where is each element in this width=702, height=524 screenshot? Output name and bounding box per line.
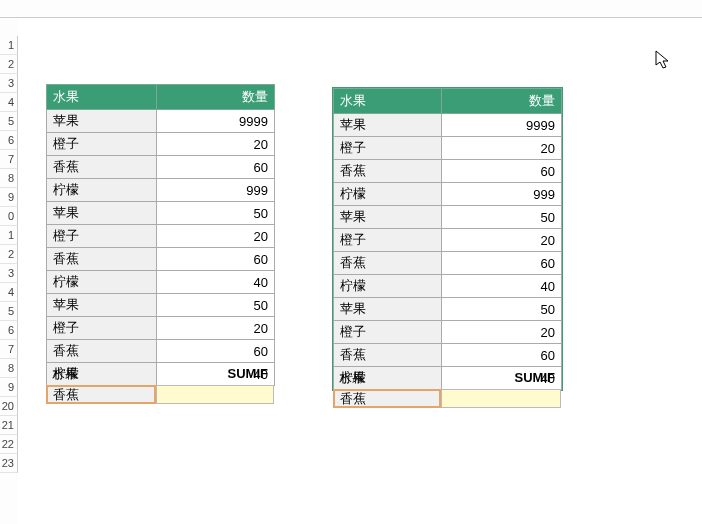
qty-cell[interactable]: 20 [442,321,562,344]
fruit-cell[interactable]: 香蕉 [334,344,442,367]
col-header-fruit[interactable]: 水果 [334,89,442,114]
row-header[interactable]: 5 [0,112,18,131]
sumif-result-cell-left[interactable] [156,385,274,404]
qty-cell[interactable]: 999 [157,179,275,202]
qty-cell[interactable]: 20 [157,317,275,340]
qty-cell[interactable]: 50 [157,202,275,225]
fruit-cell[interactable]: 香蕉 [47,156,157,179]
qty-cell[interactable]: 50 [157,294,275,317]
row-header[interactable]: 7 [0,150,18,169]
qty-cell[interactable]: 60 [157,340,275,363]
qty-cell[interactable]: 9999 [157,110,275,133]
table-row: 香蕉60 [334,160,562,183]
fruit-cell[interactable]: 橙子 [334,229,442,252]
row-header[interactable]: 2 [0,245,18,264]
table-row: 橙子20 [334,321,562,344]
row-header[interactable]: 4 [0,93,18,112]
fruit-cell[interactable]: 橙子 [334,137,442,160]
row-header[interactable]: 3 [0,264,18,283]
fruit-cell[interactable]: 橙子 [47,225,157,248]
table-row: 香蕉60 [334,252,562,275]
sheet-area[interactable]: 水果 数量 苹果9999橙子20香蕉60柠檬999苹果50橙子20香蕉60柠檬4… [18,18,702,524]
row-header[interactable]: 6 [0,131,18,150]
column-headers [0,0,702,18]
fruit-cell[interactable]: 柠檬 [47,271,157,294]
qty-cell[interactable]: 60 [442,344,562,367]
row-header[interactable]: 0 [0,207,18,226]
row-header[interactable]: 5 [0,302,18,321]
qty-cell[interactable]: 20 [157,133,275,156]
row-header[interactable]: 3 [0,74,18,93]
fruit-cell[interactable]: 柠檬 [334,275,442,298]
fruit-cell[interactable]: 香蕉 [47,248,157,271]
table-row: 橙子20 [334,137,562,160]
qty-cell[interactable]: 60 [157,156,275,179]
fruit-cell[interactable]: 苹果 [47,110,157,133]
row-header[interactable]: 9 [0,188,18,207]
footer-input-row-left: 香蕉 [46,385,274,404]
qty-cell[interactable]: 40 [157,271,275,294]
col-header-fruit[interactable]: 水果 [47,85,157,110]
sumif-result-cell-right[interactable] [441,389,561,408]
data-table-left[interactable]: 水果 数量 苹果9999橙子20香蕉60柠檬999苹果50橙子20香蕉60柠檬4… [46,84,275,386]
table-row: 香蕉60 [47,248,275,271]
qty-cell[interactable]: 999 [442,183,562,206]
sumif-criteria-cell-right[interactable]: 香蕉 [333,389,441,408]
row-header[interactable]: 21 [0,416,18,435]
table-row: 苹果50 [47,294,275,317]
fruit-cell[interactable]: 橙子 [47,133,157,156]
fruit-cell[interactable]: 香蕉 [334,252,442,275]
fruit-cell[interactable]: 香蕉 [334,160,442,183]
fruit-cell[interactable]: 苹果 [47,294,157,317]
fruit-cell[interactable]: 橙子 [47,317,157,340]
row-header[interactable]: 6 [0,321,18,340]
fruit-cell[interactable]: 苹果 [47,202,157,225]
col-header-qty[interactable]: 数量 [442,89,562,114]
row-header[interactable]: 23 [0,454,18,473]
data-table-right[interactable]: 水果 数量 苹果9999橙子20香蕉60柠檬999苹果50橙子20香蕉60柠檬4… [333,88,562,390]
table-row: 橙子20 [47,133,275,156]
qty-cell[interactable]: 20 [442,229,562,252]
footer-sumif-label: SUMIF [441,368,561,387]
fruit-cell[interactable]: 柠檬 [47,179,157,202]
qty-cell[interactable]: 50 [442,206,562,229]
row-header[interactable]: 22 [0,435,18,454]
table-row: 苹果9999 [334,114,562,137]
qty-cell[interactable]: 60 [442,160,562,183]
fruit-cell[interactable]: 橙子 [334,321,442,344]
qty-cell[interactable]: 40 [442,275,562,298]
table-row: 柠檬40 [47,271,275,294]
table-row: 柠檬999 [47,179,275,202]
row-header[interactable]: 9 [0,378,18,397]
table-row: 水果 数量 [47,85,275,110]
row-header[interactable]: 8 [0,169,18,188]
fruit-cell[interactable]: 柠檬 [334,183,442,206]
fruit-cell[interactable]: 香蕉 [47,340,157,363]
fruit-cell[interactable]: 苹果 [334,298,442,321]
row-header[interactable]: 1 [0,226,18,245]
qty-cell[interactable]: 20 [442,137,562,160]
row-header[interactable]: 7 [0,340,18,359]
sumif-criteria-cell-left[interactable]: 香蕉 [46,385,156,404]
row-header[interactable]: 8 [0,359,18,378]
qty-cell[interactable]: 60 [157,248,275,271]
table-row: 橙子20 [47,317,275,340]
footer-fruit-label: 水果 [46,364,156,383]
table-row: 苹果9999 [47,110,275,133]
footer-input-row-right: 香蕉 [333,389,561,408]
qty-cell[interactable]: 9999 [442,114,562,137]
col-header-qty[interactable]: 数量 [157,85,275,110]
qty-cell[interactable]: 20 [157,225,275,248]
row-headers: 123456789012345678920212223 [0,36,18,473]
table-row: 水果 数量 [334,89,562,114]
table-row: 苹果50 [334,298,562,321]
fruit-cell[interactable]: 苹果 [334,114,442,137]
fruit-cell[interactable]: 苹果 [334,206,442,229]
qty-cell[interactable]: 50 [442,298,562,321]
row-header[interactable]: 1 [0,36,18,55]
row-header[interactable]: 4 [0,283,18,302]
qty-cell[interactable]: 60 [442,252,562,275]
table-row: 香蕉60 [334,344,562,367]
row-header[interactable]: 2 [0,55,18,74]
row-header[interactable]: 20 [0,397,18,416]
